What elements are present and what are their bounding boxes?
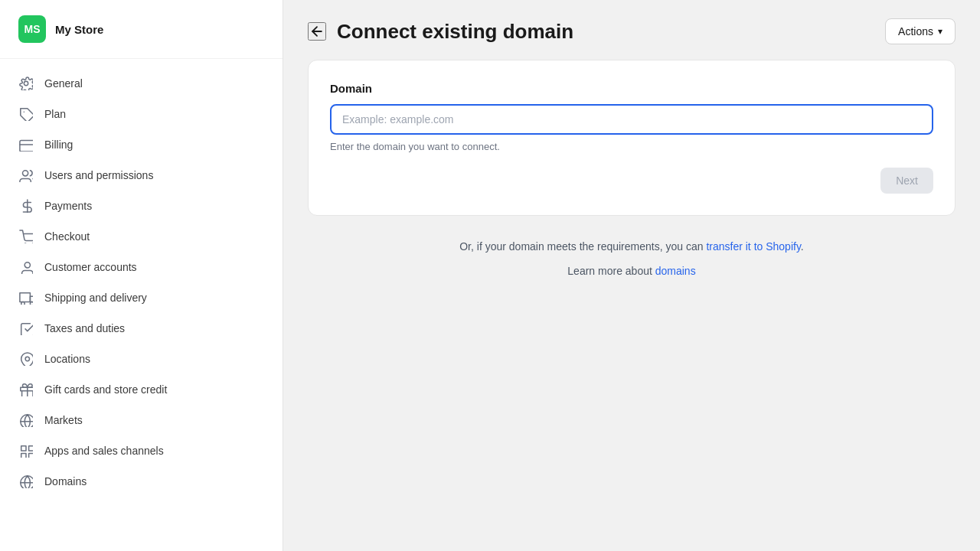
chevron-down-icon: ▾: [938, 26, 942, 37]
sidebar-item-payments[interactable]: Payments: [0, 191, 283, 221]
person-icon: [18, 259, 34, 275]
sidebar-item-general[interactable]: General: [0, 68, 283, 99]
tag-icon: [18, 106, 34, 122]
truck-icon: [18, 290, 34, 305]
sidebar-item-shipping[interactable]: Shipping and delivery: [0, 282, 283, 313]
svg-point-16: [21, 415, 33, 427]
people-icon: [18, 168, 34, 183]
card-footer: Next: [330, 168, 933, 194]
main-content: Connect existing domain Actions ▾ Domain…: [283, 0, 980, 551]
svg-rect-2: [20, 141, 33, 152]
sidebar-header: MS My Store: [0, 0, 283, 59]
header-left: Connect existing domain: [308, 20, 573, 44]
sidebar-item-label: Plan: [44, 108, 66, 120]
domain-input[interactable]: [330, 104, 933, 135]
receipt-icon: [18, 321, 34, 336]
svg-point-0: [24, 81, 28, 85]
learn-more-text: Learn more about domains: [308, 265, 956, 277]
back-button[interactable]: [308, 22, 326, 41]
sidebar-nav: General Plan Billing: [0, 59, 283, 506]
sidebar-item-domains[interactable]: Domains: [0, 466, 283, 497]
sidebar-item-plan[interactable]: Plan: [0, 99, 283, 129]
domain-card: Domain Enter the domain you want to conn…: [308, 60, 956, 216]
svg-point-12: [30, 302, 33, 305]
sidebar: MS My Store General Plan: [0, 0, 283, 551]
grid-icon: [18, 443, 34, 458]
sidebar-item-checkout[interactable]: Checkout: [0, 221, 283, 252]
helper-section: Or, if your domain meets the requirement…: [308, 234, 956, 283]
currency-icon: [18, 198, 34, 214]
sidebar-item-label: Domains: [44, 475, 87, 487]
sidebar-item-label: Taxes and duties: [44, 322, 125, 334]
svg-rect-18: [21, 446, 26, 451]
avatar: MS: [18, 15, 46, 43]
svg-point-13: [25, 357, 29, 360]
gift-icon: [18, 382, 34, 397]
sidebar-item-customer-accounts[interactable]: Customer accounts: [0, 252, 283, 282]
svg-point-4: [23, 171, 28, 176]
transfer-text-before: Or, if your domain meets the requirement…: [459, 240, 706, 253]
domain-hint: Enter the domain you want to connect.: [330, 141, 933, 152]
svg-point-11: [21, 302, 25, 305]
actions-label: Actions: [898, 25, 933, 37]
svg-marker-10: [30, 296, 33, 302]
sidebar-item-label: Gift cards and store credit: [44, 383, 167, 396]
transfer-text-after: .: [801, 240, 804, 253]
globe-icon: [18, 412, 34, 428]
sidebar-item-label: Payments: [44, 200, 92, 212]
credit-card-icon: [18, 137, 34, 152]
sidebar-item-label: Locations: [44, 353, 90, 365]
next-button[interactable]: Next: [880, 168, 933, 194]
actions-button[interactable]: Actions ▾: [885, 18, 956, 44]
sidebar-item-gift-cards[interactable]: Gift cards and store credit: [0, 374, 283, 405]
svg-rect-9: [20, 293, 31, 302]
sidebar-item-label: General: [44, 77, 83, 90]
sidebar-item-apps[interactable]: Apps and sales channels: [0, 435, 283, 466]
transfer-text: Or, if your domain meets the requirement…: [308, 240, 956, 253]
main-body: Domain Enter the domain you want to conn…: [283, 60, 980, 283]
store-name: My Store: [55, 23, 103, 36]
domains-link[interactable]: domains: [655, 265, 696, 277]
sidebar-item-label: Checkout: [44, 230, 90, 243]
svg-point-8: [24, 262, 30, 268]
sidebar-item-locations[interactable]: Locations: [0, 344, 283, 374]
sidebar-item-label: Customer accounts: [44, 261, 137, 273]
sidebar-item-markets[interactable]: Markets: [0, 405, 283, 435]
page-header: Connect existing domain Actions ▾: [283, 0, 980, 60]
sidebar-item-label: Apps and sales channels: [44, 445, 164, 457]
transfer-link[interactable]: transfer it to Shopify: [706, 240, 800, 253]
domain-field-label: Domain: [330, 82, 933, 95]
svg-rect-21: [21, 454, 26, 458]
svg-rect-19: [29, 446, 33, 451]
sidebar-item-label: Markets: [44, 414, 83, 426]
page-title: Connect existing domain: [337, 20, 573, 44]
sidebar-item-label: Shipping and delivery: [44, 292, 147, 304]
sidebar-item-label: Billing: [44, 139, 73, 151]
sidebar-item-label: Users and permissions: [44, 169, 153, 181]
sidebar-item-taxes[interactable]: Taxes and duties: [0, 313, 283, 344]
settings-icon: [18, 76, 34, 91]
pin-icon: [18, 351, 34, 367]
domain-icon: [18, 474, 34, 489]
sidebar-item-users[interactable]: Users and permissions: [0, 160, 283, 191]
svg-rect-20: [29, 454, 33, 458]
learn-more-label: Learn more about: [567, 265, 655, 277]
svg-point-22: [21, 476, 33, 488]
sidebar-item-billing[interactable]: Billing: [0, 129, 283, 160]
cart-icon: [18, 229, 34, 244]
